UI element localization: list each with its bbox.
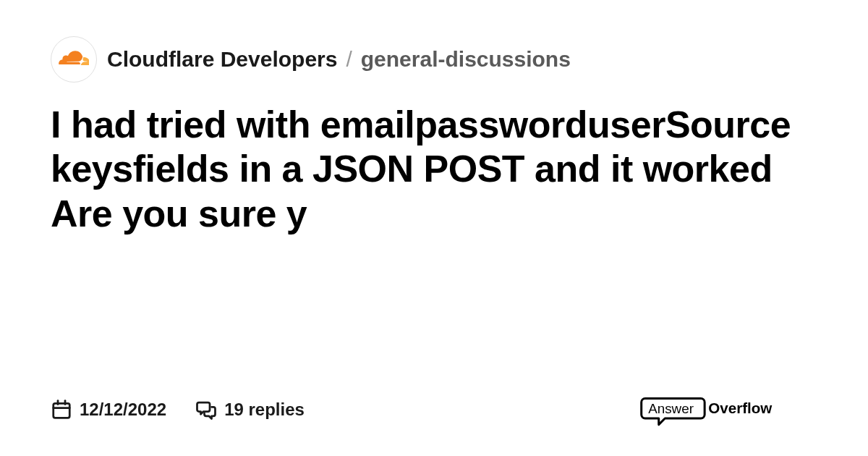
breadcrumb-separator: / [346,47,352,72]
breadcrumb: Cloudflare Developers / general-discussi… [107,47,571,72]
post-date: 12/12/2022 [51,399,166,421]
post-title: I had tried with emailpassworduserSource… [51,103,817,392]
post-meta: 12/12/2022 19 replies [51,399,305,421]
replies-icon [195,399,217,421]
svg-rect-0 [54,403,70,418]
footer: 12/12/2022 19 replies Answer Overflow [51,392,817,427]
date-text: 12/12/2022 [80,400,166,420]
breadcrumb-header: Cloudflare Developers / general-discussi… [51,36,817,83]
calendar-icon [51,399,72,421]
channel-name[interactable]: general-discussions [361,47,571,72]
replies-text: 19 replies [224,400,305,420]
reply-count: 19 replies [195,399,305,421]
community-name[interactable]: Cloudflare Developers [107,47,337,72]
cloudflare-icon [59,49,89,69]
answeroverflow-logo[interactable]: Answer Overflow [637,392,817,427]
logo-icon: Answer Overflow [637,392,817,427]
community-avatar [51,36,97,83]
svg-text:Overflow: Overflow [708,400,773,416]
svg-text:Answer: Answer [648,401,694,416]
